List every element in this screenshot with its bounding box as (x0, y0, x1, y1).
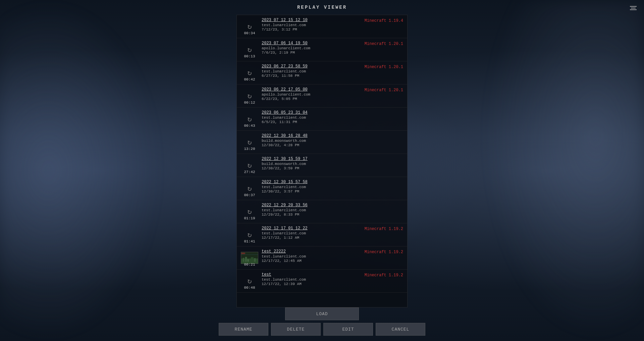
svg-rect-6 (254, 258, 256, 262)
replay-name: 2022_12_30_15_59_17 (262, 157, 403, 161)
edit-button[interactable]: EDIT (323, 323, 373, 336)
replay-thumbnail: ↻01:41 (241, 226, 258, 243)
replay-info: 2023_06_27_23_58_59test.lunarclient.com6… (262, 64, 362, 78)
list-item[interactable]: ↻00:122023_06_22_17_05_00apollo.lunarcli… (237, 84, 407, 108)
replay-info: test 22222test.lunarclient.com12/17/22, … (262, 249, 362, 263)
svg-rect-4 (248, 259, 249, 262)
replay-name: 2023_06_22_17_05_00 (262, 87, 362, 92)
settings-line-3 (630, 9, 637, 10)
replay-name: 2023_06_05_23_31_04 (262, 110, 403, 115)
replay-thumbnail: ↻00:13 (241, 41, 258, 58)
replay-server: test.lunarclient.com (262, 116, 403, 120)
svg-rect-2 (243, 258, 244, 262)
replay-version-badge: Minecraft 1.20.1 (365, 41, 403, 46)
replay-date: 12/30/22, 3:59 PM (262, 166, 403, 170)
replay-version-badge: Minecraft 1.19.2 (365, 272, 403, 278)
replay-info: testtest.lunarclient.com12/17/22, 12:39 … (262, 272, 362, 286)
replay-info: 2022_12_30_15_59_17build.moonsworth.com1… (262, 157, 403, 170)
replay-duration: 00:43 (241, 124, 258, 128)
replay-name: 2022_12_30_16_28_48 (262, 133, 403, 138)
replay-server: test.lunarclient.com (262, 69, 362, 73)
replay-date: 6/22/23, 5:05 PM (262, 97, 362, 101)
refresh-icon: ↻ (247, 45, 252, 54)
replay-date: 12/30/22, 3:57 PM (262, 189, 403, 193)
replay-list-container[interactable]: ↻00:342023_07_12_15_12_10test.lunarclien… (236, 15, 408, 307)
list-item[interactable]: ▌▌▌▌▌ 00:21test 22222test.lunarclient.co… (237, 246, 407, 270)
replay-version-badge: Minecraft 1.20.1 (365, 87, 403, 93)
replay-version-badge: Minecraft 1.19.2 (365, 226, 403, 231)
settings-button[interactable] (628, 3, 639, 13)
rename-button[interactable]: RENAME (219, 323, 268, 336)
replay-duration: 00:21 (241, 263, 258, 267)
replay-date: 6/5/23, 11:31 PM (262, 120, 403, 124)
replay-duration: 01:19 (241, 216, 258, 220)
refresh-icon: ↻ (247, 92, 252, 101)
replay-name: 2023_06_27_23_58_59 (262, 64, 362, 69)
replay-version-badge: Minecraft 1.19.4 (365, 18, 403, 23)
replay-info: 2023_06_05_23_31_04test.lunarclient.com6… (262, 110, 403, 124)
refresh-icon: ↻ (247, 138, 252, 147)
list-item[interactable]: ↻00:422023_06_27_23_58_59test.lunarclien… (237, 61, 407, 84)
replay-duration: 27:42 (241, 170, 258, 174)
delete-button[interactable]: DELETE (271, 323, 321, 336)
replay-date: 7/6/23, 2:19 PM (262, 51, 362, 55)
replay-duration: 00:13 (241, 54, 258, 58)
replay-name: 2022_12_30_15_57_58 (262, 180, 403, 184)
bottom-toolbar: LOAD RENAME DELETE EDIT CANCEL (236, 307, 408, 341)
replay-date: 6/27/23, 11:58 PM (262, 74, 362, 78)
refresh-icon: ↻ (247, 22, 252, 31)
replay-info: 2023_07_06_14_19_50apollo.lunarclient.co… (262, 41, 362, 55)
replay-name: test (262, 272, 362, 277)
replay-duration: 00:48 (241, 286, 258, 290)
list-item[interactable]: ↻00:432023_06_05_23_31_04test.lunarclien… (237, 108, 407, 131)
refresh-icon: ↻ (247, 230, 252, 239)
replay-thumbnail: ↻00:43 (241, 110, 258, 128)
list-item[interactable]: ↻13:202022_12_30_16_28_48build.moonswort… (237, 131, 407, 154)
replay-thumbnail: ↻00:48 (241, 272, 258, 290)
cancel-button[interactable]: CANCEL (376, 323, 425, 336)
settings-line-1 (630, 6, 637, 7)
replay-info: 2022_12_30_15_57_58test.lunarclient.com1… (262, 180, 403, 193)
refresh-icon: ↻ (247, 161, 252, 170)
list-item[interactable]: ↻27:422022_12_30_15_59_17build.moonswort… (237, 154, 407, 177)
replay-thumbnail: ↻00:42 (241, 64, 258, 81)
load-button[interactable]: LOAD (285, 307, 359, 320)
replay-date: 12/17/22, 1:12 AM (262, 236, 362, 240)
replay-duration: 00:12 (241, 101, 258, 105)
replay-version-badge: Minecraft 1.20.1 (365, 64, 403, 69)
replay-server: apollo.lunarclient.com (262, 93, 362, 97)
refresh-icon: ↻ (247, 277, 252, 286)
replay-thumbnail: ▌▌▌▌▌ 00:21 (241, 249, 258, 267)
replay-info: 2022_12_30_16_28_48build.moonsworth.com1… (262, 133, 403, 147)
replay-server: build.moonsworth.com (262, 162, 403, 166)
replay-server: test.lunarclient.com (262, 208, 403, 212)
replay-server: test.lunarclient.com (262, 23, 362, 27)
replay-date: 12/29/22, 8:33 PM (262, 213, 403, 217)
replay-server: test.lunarclient.com (262, 278, 362, 282)
list-item[interactable]: ↻01:192022_12_29_20_33_56test.lunarclien… (237, 200, 407, 223)
replay-date: 12/30/22, 4:28 PM (262, 143, 403, 147)
replay-thumbnail: ↻00:12 (241, 87, 258, 105)
replay-info: 2022_12_29_20_33_56test.lunarclient.com1… (262, 203, 403, 217)
replay-duration: 01:41 (241, 239, 258, 243)
replay-name: test 22222 (262, 249, 362, 254)
list-item[interactable]: ↻01:412022_12_17_01_12_22test.lunarclien… (237, 223, 407, 246)
replay-list-panel: ↻00:342023_07_12_15_12_10test.lunarclien… (236, 15, 408, 307)
replay-server: apollo.lunarclient.com (262, 46, 362, 50)
replay-duration: 00:34 (241, 31, 258, 35)
replay-date: 12/17/22, 12:39 AM (262, 282, 362, 286)
settings-line-2 (631, 8, 636, 8)
replay-server: test.lunarclient.com (262, 231, 362, 235)
list-item[interactable]: ↻00:132023_07_06_14_19_50apollo.lunarcli… (237, 38, 407, 61)
replay-version-badge: Minecraft 1.19.2 (365, 249, 403, 254)
replay-duration: 00:42 (241, 77, 258, 81)
replay-thumbnail: ↻00:37 (241, 180, 258, 197)
replay-date: 12/17/22, 12:45 AM (262, 259, 362, 263)
replay-thumbnail: ↻13:20 (241, 133, 258, 151)
list-item[interactable]: ↻00:372022_12_30_15_57_58test.lunarclien… (237, 177, 407, 200)
svg-rect-5 (251, 257, 254, 262)
bg-right-decoration (483, 0, 644, 341)
list-item[interactable]: ↻00:48testtest.lunarclient.com12/17/22, … (237, 270, 407, 293)
replay-name: 2022_12_29_20_33_56 (262, 203, 403, 208)
list-item[interactable]: ↻00:342023_07_12_15_12_10test.lunarclien… (237, 15, 407, 38)
